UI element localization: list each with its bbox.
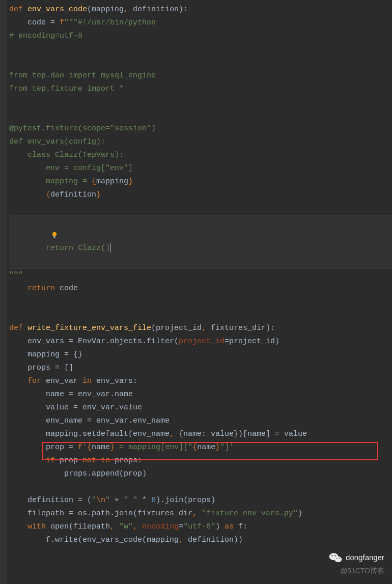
code-line[interactable]: return code (9, 282, 392, 295)
fstring-brace: { (87, 443, 92, 452)
op: * (142, 496, 151, 505)
params: definition): (133, 5, 188, 14)
op: = (179, 522, 183, 531)
comma: , (110, 522, 119, 531)
blank-line[interactable] (9, 202, 392, 215)
code-line[interactable]: props = [] (9, 361, 392, 375)
comma: , (170, 430, 179, 438)
blank-line[interactable] (9, 309, 392, 322)
code-text: definition)) (188, 536, 243, 544)
code-text: =project_id) (225, 337, 279, 346)
code-text: env_name = env_var.env_name (9, 416, 170, 425)
code-text: prop = (9, 443, 78, 452)
gutter (0, 0, 7, 584)
blank-line[interactable] (9, 96, 392, 109)
code-line[interactable]: from tep.fixture import * (9, 82, 392, 96)
code-text: props.append(prop) (9, 469, 147, 478)
fstring-var: definition (50, 190, 96, 199)
string: " (92, 496, 96, 505)
code-line[interactable]: """ (9, 269, 392, 282)
string: @pytest.fixture(scope="session") (9, 124, 156, 133)
identifier: f: (238, 522, 247, 531)
comma: , (192, 509, 202, 518)
blank-line[interactable] (9, 109, 392, 122)
code-text: {name: value})[name] = value (179, 430, 307, 438)
f-prefix: f (60, 18, 64, 27)
code-line[interactable]: mapping = {mapping} (9, 175, 392, 188)
code-line[interactable]: env_vars = EnvVar.objects.filter(project… (9, 335, 392, 348)
func-name: write_fixture_env_vars_file (27, 324, 151, 332)
code-line[interactable]: env_name = env_var.env_name (9, 414, 392, 428)
wechat-watermark: dongfanger (328, 550, 384, 565)
intention-bulb-icon[interactable] (23, 218, 31, 226)
comma: , (179, 536, 188, 544)
code-line[interactable]: filepath = os.path.join(fixtures_dir, "f… (9, 507, 392, 520)
svg-point-6 (337, 558, 338, 559)
identifier: env_vars: (96, 377, 137, 385)
fstring-brace: } (128, 177, 133, 186)
code-text: name = env_var.name (9, 390, 133, 399)
svg-rect-1 (53, 236, 55, 238)
named-arg: project_id (179, 337, 225, 346)
op: + (115, 496, 124, 505)
keyword-if: if (9, 456, 60, 465)
keyword-not-in: not in (82, 456, 115, 465)
code-line[interactable]: prop = f'{name} = mapping[env]["{name}"]… (9, 441, 392, 454)
code-text: filepath = os.path.join(fixtures_dir (9, 509, 192, 518)
params: (project_id (151, 324, 202, 332)
identifier: code (60, 284, 78, 293)
code-line[interactable]: with open(filepath, "w", encoding="utf-8… (9, 520, 392, 534)
fstring-brace: } (215, 443, 220, 452)
code-line[interactable]: def write_fixture_env_vars_file(project_… (9, 322, 392, 335)
string-end: """ (9, 271, 23, 280)
code-line[interactable]: def env_vars(config): (9, 135, 392, 149)
blank-line[interactable] (9, 43, 392, 56)
code-line[interactable]: f.write(env_vars_code(mapping, definitio… (9, 534, 392, 547)
code-line-current[interactable]: return Clazz() (9, 215, 392, 269)
code-line[interactable]: mapping = {} (9, 348, 392, 361)
identifier: props: (115, 456, 142, 465)
fstring-var: name (197, 443, 215, 452)
blank-line[interactable] (9, 56, 392, 69)
keyword-in: in (82, 377, 96, 385)
number: 8 (151, 496, 156, 505)
fstring-brace: } (96, 190, 101, 199)
identifier: prop (60, 456, 82, 465)
code-line[interactable]: definition = ("\n" + " " * 8).join(props… (9, 494, 392, 507)
svg-point-3 (334, 557, 342, 562)
code-line[interactable]: def env_vars_code(mapping, definition): (9, 3, 392, 16)
svg-point-5 (334, 555, 335, 556)
string: " " (124, 496, 142, 505)
string: "w" (119, 522, 133, 531)
string: " (105, 496, 115, 505)
code-line[interactable]: @pytest.fixture(scope="session") (9, 122, 392, 135)
code-line[interactable]: # encoding=utf-8 (9, 30, 392, 43)
code-text: definition = ( (9, 496, 92, 505)
blank-line[interactable] (9, 481, 392, 494)
code-line[interactable]: env = config["env"] (9, 162, 392, 175)
params: (mapping (87, 5, 124, 14)
comma: , (124, 5, 133, 14)
code-text: value = env_var.value (9, 403, 142, 412)
code-line[interactable]: code = f"""#!/usr/bin/python (9, 16, 392, 30)
blank-line[interactable] (9, 295, 392, 309)
comma: , (133, 522, 142, 531)
code-line[interactable]: for env_var in env_vars: (9, 375, 392, 388)
code-line[interactable]: name = env_var.name (9, 388, 392, 401)
cto-watermark: @51CTO博客 (340, 565, 384, 577)
fstring-brace: } (110, 443, 115, 452)
string: env = config["env"] (9, 164, 133, 173)
code-text: mapping.setdefault(env_name (9, 430, 170, 438)
params: fixtures_dir): (211, 324, 275, 332)
code-line[interactable]: props.append(prop) (9, 467, 392, 481)
code-line[interactable]: if prop not in props: (9, 454, 392, 467)
keyword-def: def (9, 5, 27, 14)
keyword-as: as (225, 522, 238, 531)
code-editor[interactable]: def env_vars_code(mapping, definition): … (7, 0, 392, 547)
code-line[interactable]: from tep.dao import mysql_engine (9, 69, 392, 82)
code-line[interactable]: mapping.setdefault(env_name, {name: valu… (9, 428, 392, 441)
code-line[interactable]: value = env_var.value (9, 401, 392, 414)
code-line[interactable]: class Clazz(TepVars): (9, 149, 392, 162)
string: from tep.fixture import * (9, 85, 124, 93)
code-line[interactable]: {definition} (9, 188, 392, 202)
